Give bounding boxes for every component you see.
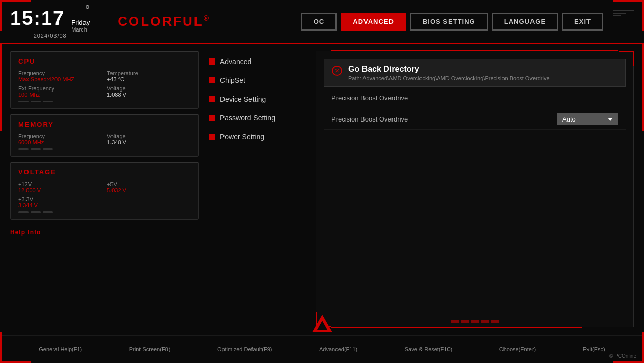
footer: General Help(F1) Print Screen(F8) Optimi…: [0, 335, 644, 363]
corner-decoration-tl: [0, 0, 31, 31]
date-display: 2024/03/08: [34, 33, 67, 39]
precision-boost-value: Auto: [562, 115, 576, 123]
right-panel-content: Go Back Directory Path: Advanced\AMD Ove…: [316, 51, 633, 137]
clock-area: ⚙ 15:17 Friday March 2024/03/08 COLORFUL…: [10, 4, 210, 39]
nav-buttons: OC ADVANCED BIOS SETTING LANGUAGE EXIT: [301, 13, 603, 31]
footer-save-reset[interactable]: Save & Reset(F10): [405, 346, 453, 352]
footer-choose-enter[interactable]: Choose(Enter): [499, 346, 536, 352]
footer-optimized-default[interactable]: Optimized Default(F9): [217, 346, 272, 352]
memory-grid: Frequency 6000 MHz Voltage 1.348 V: [18, 133, 190, 145]
voltage-wave: [18, 211, 190, 213]
footer-print-screen[interactable]: Print Screen(F8): [129, 346, 171, 352]
voltage-grid: +12V 12.000 V +5V 5.032 V +3.3V 3.344 V: [18, 181, 190, 208]
middle-menu: Advanced ChipSet Device Setting Password…: [206, 51, 308, 327]
cpu-freq-label: Frequency Max Speed:4200 MHZ: [18, 70, 102, 82]
nav-btn-language[interactable]: LANGUAGE: [492, 13, 558, 31]
month-display: March: [71, 26, 90, 33]
cpu-title: CPU: [18, 57, 190, 65]
corner-decoration-tr: [613, 0, 644, 31]
cpu-wave: [18, 101, 190, 102]
precision-boost-dropdown[interactable]: Auto: [557, 113, 618, 125]
voltage-33v: +3.3V 3.344 V: [18, 196, 102, 208]
header: ⚙ 15:17 Friday March 2024/03/08 COLORFUL…: [0, 0, 644, 43]
footer-logo-area: [312, 315, 332, 332]
cpu-ext-freq: Ext.Frequency 100 Mhz: [18, 85, 102, 98]
memory-freq: Frequency 6000 MHz: [18, 133, 102, 145]
go-back-icon: [332, 66, 342, 76]
dropdown-arrow-icon: [608, 118, 613, 121]
nav-btn-bios-setting[interactable]: BIOS SETTING: [410, 13, 488, 31]
cpu-temp: Temperature +43 °C: [107, 70, 190, 82]
day-of-week: Friday: [71, 19, 90, 26]
footer-exit-esc[interactable]: Exit(Esc): [583, 346, 605, 352]
go-back-path: Path: Advanced\AMD Overclocking\AMD Over…: [348, 75, 618, 81]
memory-card: MEMORY Frequency 6000 MHz Voltage 1.348 …: [10, 114, 199, 157]
voltage-5v: +5V 5.032 V: [107, 181, 190, 193]
menu-item-password-setting[interactable]: Password Setting: [206, 110, 308, 126]
go-back-title: Go Back Directory: [348, 65, 618, 74]
menu-dot-power-setting: [209, 134, 215, 140]
menu-item-device-setting[interactable]: Device Setting: [206, 91, 308, 107]
bottom-panel-decoration: [451, 320, 499, 323]
memory-wave: [18, 148, 190, 150]
memory-voltage: Voltage 1.348 V: [107, 133, 190, 145]
rp-corner-tr-decoration: [619, 51, 634, 66]
voltage-12v: +12V 12.000 V: [18, 181, 102, 193]
footer-general-help[interactable]: General Help(F1): [39, 346, 82, 352]
help-info-label: Help Info: [10, 229, 199, 238]
precision-boost-header-row: Precision Boost Overdrive: [324, 91, 626, 105]
logo: COLORFUL®: [118, 14, 210, 29]
corner-decoration-bl: [0, 332, 31, 363]
footer-advanced-f11[interactable]: Advanced(F11): [319, 346, 357, 352]
menu-item-advanced[interactable]: Advanced: [206, 53, 308, 70]
precision-boost-header-label: Precision Boost Overdrive: [331, 94, 408, 102]
go-back-text: Go Back Directory Path: Advanced\AMD Ove…: [348, 65, 618, 81]
menu-dot-chipset: [209, 77, 215, 83]
memory-title: MEMORY: [18, 120, 190, 128]
nav-btn-oc[interactable]: OC: [301, 13, 337, 31]
triangle-logo-icon: [312, 315, 332, 332]
corner-decoration-br: [613, 332, 644, 363]
menu-item-power-setting[interactable]: Power Setting: [206, 129, 308, 145]
left-panel: CPU Frequency Max Speed:4200 MHZ Tempera…: [10, 51, 199, 327]
nav-btn-advanced[interactable]: ADVANCED: [341, 13, 406, 31]
voltage-card: VOLTAGE +12V 12.000 V +5V 5.032 V +3.3V …: [10, 162, 199, 220]
menu-dot-advanced: [209, 58, 215, 65]
menu-dot-device-setting: [209, 96, 215, 102]
menu-dot-password-setting: [209, 115, 215, 121]
menu-item-chipset[interactable]: ChipSet: [206, 72, 308, 88]
precision-boost-label: Precision Boost Overdrive: [331, 115, 408, 123]
cpu-voltage: Voltage 1.088 V: [107, 85, 190, 98]
help-info: Help Info: [10, 225, 199, 238]
cpu-card: CPU Frequency Max Speed:4200 MHZ Tempera…: [10, 51, 199, 109]
voltage-title: VOLTAGE: [18, 168, 190, 176]
main-content: CPU Frequency Max Speed:4200 MHZ Tempera…: [0, 43, 644, 335]
nav-btn-exit[interactable]: EXIT: [562, 13, 603, 31]
divider: [101, 9, 101, 34]
go-back-row[interactable]: Go Back Directory Path: Advanced\AMD Ove…: [324, 59, 626, 87]
precision-boost-setting-row: Precision Boost Overdrive Auto: [324, 109, 626, 130]
cpu-grid: Frequency Max Speed:4200 MHZ Temperature…: [18, 70, 190, 98]
right-panel: Go Back Directory Path: Advanced\AMD Ove…: [316, 51, 634, 327]
